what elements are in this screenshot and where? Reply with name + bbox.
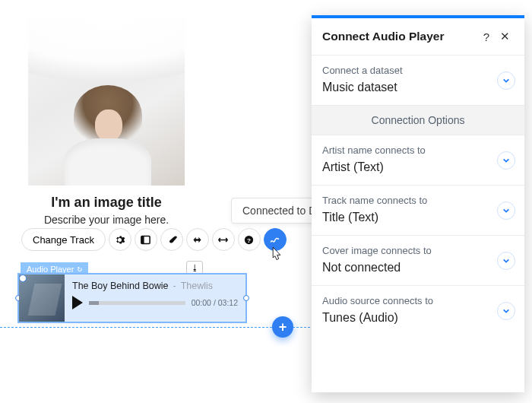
chevron-down-icon[interactable] [497,202,515,220]
play-icon[interactable] [72,296,83,309]
field-label: Track name connects to [322,195,514,206]
change-track-button[interactable]: Change Track [21,228,106,251]
help-icon[interactable]: ? [238,228,261,251]
field-track[interactable]: Track name connects to Title (Text) [312,186,524,236]
time-display: 00:00 / 03:12 [192,298,238,307]
field-value: Artist (Text) [322,160,514,174]
svg-rect-1 [141,236,144,243]
stretch-icon[interactable] [186,228,209,251]
track-artist: Thewlis [181,281,213,291]
resize-handle-right[interactable] [243,295,249,301]
image-description[interactable]: Describe your image here. [28,214,185,226]
connect-panel: Connect Audio Player ? ✕ Connect a datas… [312,15,524,392]
field-audio[interactable]: Audio source connects to Tunes (Audio) [312,286,524,335]
add-section-button[interactable]: + [272,316,293,338]
field-artist[interactable]: Artist name connects to Artist (Text) [312,135,524,186]
track-cover [19,274,65,322]
field-value: Not connected [322,261,514,274]
dataset-select[interactable]: Connect a dataset Music dataset [312,56,524,106]
panel-help-icon[interactable]: ? [477,27,496,46]
field-label: Cover image connects to [322,245,514,256]
field-value: Title (Text) [322,211,514,224]
connection-options-header: Connection Options [312,106,524,135]
close-icon[interactable]: ✕ [496,27,514,46]
svg-text:?: ? [247,236,251,243]
brush-icon[interactable] [160,228,183,251]
image-title[interactable]: I'm an image title [28,195,185,211]
field-cover[interactable]: Cover image connects to Not connected [312,236,524,286]
track-title: The Boy Behind Bowie [72,281,168,291]
audio-player-label-text: Audio Player [27,265,74,274]
chevron-down-icon[interactable] [497,71,515,90]
data-link-icon[interactable] [264,228,287,251]
dataset-label: Connect a dataset [322,65,514,76]
field-label: Audio source connects to [322,295,514,306]
chevron-down-icon[interactable] [497,151,515,170]
gear-icon[interactable] [109,228,131,251]
field-value: Tunes (Audio) [322,311,514,325]
layout-icon[interactable] [135,228,157,251]
panel-title: Connect Audio Player [322,30,444,43]
field-label: Artist name connects to [322,144,514,156]
cover-image[interactable] [28,18,185,186]
section-divider [0,327,318,328]
progress-bar[interactable] [89,301,185,305]
track-separator: - [173,281,176,291]
chevron-down-icon[interactable] [497,302,515,320]
chevron-down-icon[interactable] [497,252,515,270]
audio-player[interactable]: The Boy Behind Bowie - Thewlis 00:00 / 0… [17,273,247,323]
dataset-value: Music dataset [322,81,514,94]
resize-icon[interactable] [212,228,235,251]
